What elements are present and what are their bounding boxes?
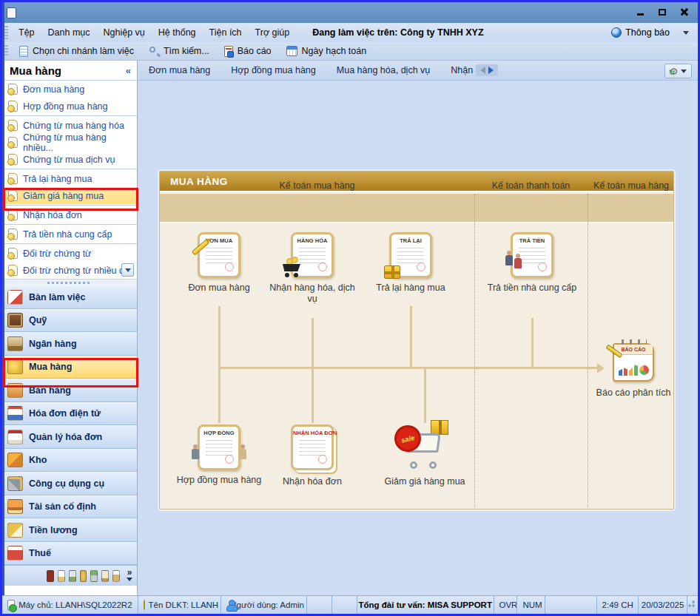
sidebar-item-tra-tien-nha-cung-cap[interactable]: Trả tiền nhà cung cấp (2, 226, 137, 243)
sidebar-splitter[interactable] (2, 279, 137, 285)
coins-icon[interactable] (80, 570, 87, 582)
safe-icon (7, 313, 23, 328)
note-icon[interactable] (101, 570, 109, 582)
dropdown-button[interactable] (121, 263, 134, 277)
maximize-button[interactable] (656, 7, 668, 17)
sidebar-item-don-mua-hang[interactable]: Đơn mua hàng (2, 81, 137, 98)
don-mua-hang-icon[interactable]: ĐƠN MUA (198, 232, 240, 278)
menu-bar: Tệp Danh mục Nghiệp vụ Hệ thống Tiện ích… (2, 23, 698, 42)
search-icon (149, 46, 159, 56)
divider (2, 205, 137, 206)
close-button[interactable] (679, 7, 690, 17)
chevron-down-icon (127, 578, 132, 581)
status-ovr: OVR (494, 596, 518, 614)
status-time: 2:49 CH (597, 596, 639, 614)
status-empty (545, 596, 597, 614)
tab-hop-dong-mua-hang[interactable]: Hợp đồng mua hàng (221, 65, 326, 75)
chevron-down-icon (125, 268, 131, 272)
module-ban-hang[interactable]: Bán hàng (2, 379, 137, 402)
document-icon (8, 120, 18, 131)
module-tai-san-co-dinh[interactable]: Tài sản cố định (2, 495, 137, 519)
sidebar-item-chung-tu-mua-hang-nhieu[interactable]: Chứng từ mua hàng nhiều... (2, 134, 137, 151)
settings-button[interactable]: ⚙ ↻ (664, 64, 692, 78)
report-button[interactable]: Báo cáo (217, 46, 279, 57)
module-tien-luong[interactable]: Tiền lương (2, 518, 137, 542)
menu-nghiep-vu[interactable]: Nghiệp vụ (97, 27, 152, 38)
node-label: Giảm giá hàng mua (377, 476, 473, 487)
document-icon (8, 265, 18, 276)
mua-hang-panel: MUA HÀNG Kế toán mua hàng Kế toán thanh … (159, 171, 674, 510)
menu-tien-ich[interactable]: Tiện ích (203, 27, 249, 38)
module-quy[interactable]: Quỹ (2, 309, 137, 333)
sidebar-item-tra-lai-hang-mua[interactable]: Trả lại hàng mua (2, 170, 137, 187)
more-modules-button[interactable]: » (127, 570, 132, 581)
stamp-icon (225, 455, 234, 464)
sidebar-item-hop-dong-mua-hang[interactable]: Hợp đồng mua hàng (2, 98, 137, 115)
search-button[interactable]: Tìm kiếm... (141, 46, 217, 56)
status-num: NUM (517, 596, 545, 614)
toolbar: Chọn chi nhánh làm việc Tìm kiếm... Báo … (2, 42, 698, 61)
flow-connector (312, 318, 314, 368)
tab-don-mua-hang[interactable]: Đơn mua hàng (138, 65, 221, 75)
tra-lai-hang-mua-icon[interactable]: TRẢ LẠI (389, 232, 432, 278)
sidebar-item-doi-tru-chung-tu[interactable]: Đối trừ chứng từ (2, 245, 137, 262)
e-invoice-icon (7, 406, 23, 421)
module-kho[interactable]: Kho (2, 449, 137, 473)
minimize-button[interactable] (634, 7, 646, 17)
book-icon[interactable] (47, 570, 54, 582)
flow-connector (424, 368, 426, 423)
status-date: 20/03/2025 (639, 596, 687, 614)
module-cong-cu-dung-cu[interactable]: Công cụ dụng cụ (2, 472, 137, 495)
module-thue[interactable]: Thuế (2, 542, 137, 566)
building-icon[interactable] (90, 570, 98, 582)
sidebar-item-chung-tu-mua-dich-vu[interactable]: Chứng từ mua dịch vụ (2, 151, 137, 168)
module-hoa-don-dien-tu[interactable]: Hóa đơn điện tử (2, 402, 137, 426)
sidebar-item-giam-gia-hang-mua[interactable]: Giảm giá hàng mua (2, 187, 137, 204)
module-quan-ly-hoa-don[interactable]: Quản lý hóa đơn (2, 425, 137, 449)
module-mua-hang[interactable]: Mua hàng (2, 356, 137, 379)
tab-strip: Đơn mua hàng Hợp đồng mua hàng Mua hàng … (138, 61, 698, 81)
status-bar: Máy chủ: LLANH\SQL2022R2 Tên DLKT: LLANH… (2, 595, 698, 614)
module-ngan-hang[interactable]: Ngân hàng (2, 332, 137, 356)
menu-danh-muc[interactable]: Danh mục (41, 27, 97, 38)
tra-tien-nha-cung-cap-icon[interactable]: TRẢ TIỀN (511, 232, 553, 278)
column-separator (588, 194, 588, 507)
scroll-right-icon[interactable] (488, 67, 494, 74)
tab-scroll-arrows (476, 64, 498, 76)
notification-button[interactable]: Thông báo (611, 27, 670, 38)
calendar-icon[interactable] (58, 570, 65, 582)
menu-tro-giup[interactable]: Trợ giúp (249, 27, 297, 38)
flow-arrow-icon (597, 363, 605, 373)
schedule-icon[interactable] (112, 570, 120, 582)
document-icon (8, 137, 18, 148)
tab-mua-hang-hoa-dich-vu[interactable]: Mua hàng hóa, dịch vụ (326, 65, 440, 75)
tab-nhan[interactable]: Nhận (440, 65, 474, 75)
node-label: Đơn mua hàng (171, 282, 267, 294)
posting-date-button[interactable]: Ngày hạch toán (279, 46, 374, 56)
nhan-hoa-don-icon[interactable]: NHẬN HÓA ĐƠN (291, 424, 334, 470)
column-header: Kế toán mua hàng (160, 180, 474, 191)
module-ban-lam-viec[interactable]: Bàn làm việc (2, 285, 137, 309)
bao-cao-phan-tich-icon[interactable]: BÁO CÁO (613, 343, 654, 382)
menu-tep[interactable]: Tệp (12, 27, 41, 38)
sidebar-item-doi-tru-chung-tu-nhieu-doi[interactable]: Đối trừ chứng từ nhiều đối (2, 262, 137, 279)
notification-caret-icon[interactable] (683, 31, 689, 35)
resize-grip[interactable] (687, 596, 698, 614)
scroll-left-icon[interactable] (480, 67, 485, 74)
document-icon (8, 248, 18, 259)
column-separator (474, 194, 475, 507)
app-window: Tệp Danh mục Nghiệp vụ Hệ thống Tiện ích… (0, 0, 700, 616)
sidebar-item-nhan-hoa-don[interactable]: Nhận hóa đơn (2, 206, 137, 223)
choose-branch-button[interactable]: Chọn chi nhánh làm việc (12, 46, 141, 57)
status-dlkt: Tên DLKT: LLANH (138, 596, 222, 614)
report-icon (224, 46, 233, 57)
report-icon[interactable] (69, 570, 76, 582)
document-icon (8, 229, 18, 240)
nhan-hang-hoa-icon[interactable]: HÀNG HÓA (291, 232, 334, 278)
menu-he-thong[interactable]: Hệ thống (152, 27, 203, 38)
document-icon (8, 190, 18, 201)
hop-dong-mua-hang-icon[interactable]: HỢP ĐỒNG (198, 424, 240, 470)
collapse-sidebar-button[interactable]: « (126, 65, 131, 76)
node-label: Báo cáo phân tích (585, 387, 682, 399)
giam-gia-hang-mua-icon[interactable]: sale (403, 426, 445, 467)
